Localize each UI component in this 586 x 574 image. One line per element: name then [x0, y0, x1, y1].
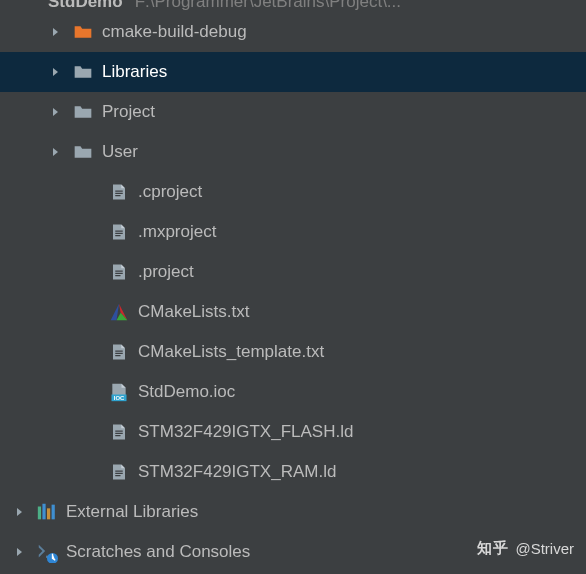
scratches-icon — [36, 541, 58, 563]
ioc-icon: IOC — [108, 381, 130, 403]
project-tree: cmake-build-debugLibrariesProjectUser.cp… — [0, 12, 586, 572]
folder-gray-icon — [72, 141, 94, 163]
tree-item[interactable]: External Libraries — [0, 492, 586, 532]
tree-item[interactable]: Project — [0, 92, 586, 132]
tree-item[interactable]: CMakeLists.txt — [0, 292, 586, 332]
tree-item-label: STM32F429IGTX_FLASH.ld — [138, 412, 353, 452]
tree-item-label: Project — [102, 92, 155, 132]
tree-item-label: .mxproject — [138, 212, 216, 252]
root-path: F:\Programmer\JetBrains\Project\... — [135, 0, 401, 12]
chevron-right-icon[interactable] — [48, 104, 64, 120]
file-text-icon — [108, 461, 130, 483]
tree-item-label: .project — [138, 252, 194, 292]
tree-item[interactable]: STM32F429IGTX_FLASH.ld — [0, 412, 586, 452]
tree-item[interactable]: cmake-build-debug — [0, 12, 586, 52]
folder-gray-icon — [72, 61, 94, 83]
chevron-right-icon[interactable] — [12, 504, 28, 520]
file-text-icon — [108, 181, 130, 203]
tree-item[interactable]: IOCStdDemo.ioc — [0, 372, 586, 412]
tree-item[interactable]: .mxproject — [0, 212, 586, 252]
tree-item-label: External Libraries — [66, 492, 198, 532]
svg-rect-2 — [38, 507, 41, 520]
folder-orange-icon — [72, 21, 94, 43]
tree-item[interactable]: Libraries — [0, 52, 586, 92]
tree-item-label: CMakeLists_template.txt — [138, 332, 324, 372]
tree-item-label: .cproject — [138, 172, 202, 212]
folder-gray-icon — [72, 101, 94, 123]
watermark: 知乎 @Striver — [477, 539, 574, 558]
svg-rect-4 — [47, 508, 50, 519]
chevron-right-icon[interactable] — [12, 544, 28, 560]
svg-rect-5 — [52, 505, 55, 520]
tree-item[interactable]: STM32F429IGTX_RAM.ld — [0, 452, 586, 492]
chevron-right-icon[interactable] — [48, 64, 64, 80]
tree-item-label: cmake-build-debug — [102, 12, 247, 52]
tree-item-label: CMakeLists.txt — [138, 292, 249, 332]
tree-item-label: STM32F429IGTX_RAM.ld — [138, 452, 336, 492]
tree-item-label: StdDemo.ioc — [138, 372, 235, 412]
file-text-icon — [108, 261, 130, 283]
file-text-icon — [108, 221, 130, 243]
file-text-icon — [108, 341, 130, 363]
svg-rect-3 — [42, 504, 45, 520]
watermark-site: 知乎 — [477, 539, 509, 558]
ext-lib-icon — [36, 501, 58, 523]
tree-item-label: Scratches and Consoles — [66, 532, 250, 572]
chevron-right-icon[interactable] — [48, 144, 64, 160]
svg-text:IOC: IOC — [114, 395, 125, 401]
root-name: StdDemo — [48, 0, 123, 12]
project-root[interactable]: StdDemo F:\Programmer\JetBrains\Project\… — [0, 0, 586, 12]
watermark-user: @Striver — [515, 540, 574, 557]
tree-item[interactable]: User — [0, 132, 586, 172]
file-text-icon — [108, 421, 130, 443]
chevron-right-icon[interactable] — [48, 24, 64, 40]
tree-item[interactable]: .cproject — [0, 172, 586, 212]
cmake-icon — [108, 301, 130, 323]
tree-item-label: Libraries — [102, 52, 167, 92]
tree-item[interactable]: .project — [0, 252, 586, 292]
tree-item[interactable]: CMakeLists_template.txt — [0, 332, 586, 372]
tree-item-label: User — [102, 132, 138, 172]
